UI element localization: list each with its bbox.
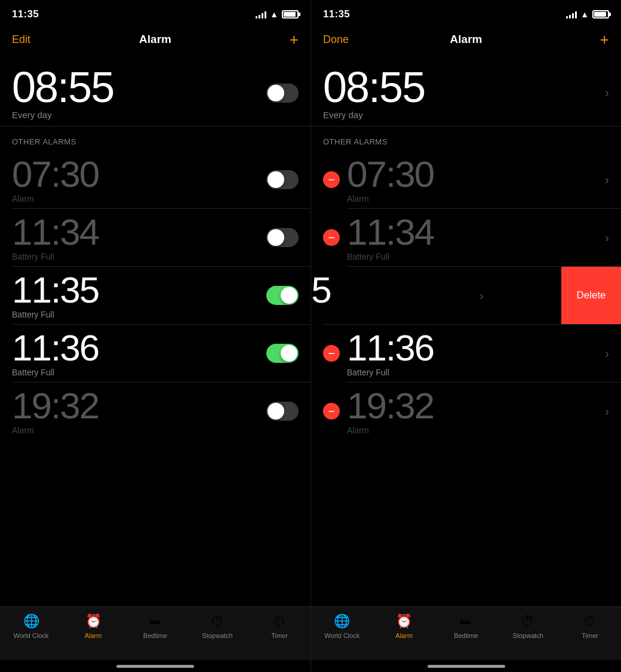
main-alarm-time-right: 08:55 xyxy=(323,66,425,109)
tab-stopwatch-label-right: Stopwatch xyxy=(513,632,543,639)
tab-bedtime-left[interactable]: 🛏 Bedtime xyxy=(124,613,186,639)
delete-circle-1932-right[interactable]: − xyxy=(323,403,340,420)
main-alarm-time-left: 08:55 xyxy=(12,66,113,109)
nav-title-left: Alarm xyxy=(139,33,171,46)
battery-icon-left xyxy=(282,10,299,19)
main-alarm-chevron-right: › xyxy=(605,86,609,100)
nav-bar-right: Done Alarm + xyxy=(311,26,621,56)
alarm-label-1134-right: Battery Full xyxy=(347,252,434,261)
delete-circle-1136-right[interactable]: − xyxy=(323,345,340,362)
toggle-1136-left[interactable] xyxy=(266,344,299,363)
add-alarm-button-left[interactable]: + xyxy=(269,30,299,49)
bedtime-icon-left: 🛏 xyxy=(147,613,164,630)
toggle-0730-left[interactable] xyxy=(266,170,299,189)
delete-circle-1134-right[interactable]: − xyxy=(323,229,340,246)
signal-icon-right xyxy=(566,10,577,19)
world-clock-icon-right: 🌐 xyxy=(334,613,351,630)
alarm-row-0730-left: 07:30 Alarm xyxy=(0,151,310,208)
tab-timer-right[interactable]: ⏲ Timer xyxy=(559,613,621,639)
alarm-row-1134-right: − 11:34 Battery Full › xyxy=(311,209,621,266)
alarm-row-0730-right: − 07:30 Alarm › xyxy=(311,151,621,208)
alarm-row-1135-right[interactable]: 1:35 ttery Full › xyxy=(311,267,561,324)
tab-world-clock-right[interactable]: 🌐 World Clock xyxy=(311,613,373,639)
tab-bar-left: 🌐 World Clock ⏰ Alarm 🛏 Bedtime ⏱ Stopwa… xyxy=(0,606,310,660)
chevron-1136-right: › xyxy=(605,347,609,360)
alarm-time-0730-left: 07:30 xyxy=(12,156,99,193)
status-time-right: 11:35 xyxy=(323,8,350,20)
chevron-1932-right: › xyxy=(605,405,609,418)
tab-world-clock-label-left: World Clock xyxy=(13,632,48,639)
nav-bar-left: Edit Alarm + xyxy=(0,26,310,56)
alarm-time-1136-left: 11:36 xyxy=(12,329,99,366)
tab-stopwatch-left[interactable]: ⏱ Stopwatch xyxy=(186,613,248,639)
alarm-row-container-1134-right: − 11:34 Battery Full › xyxy=(311,209,621,266)
alarm-row-container-1136-right: − 11:36 Battery Full › xyxy=(311,325,621,382)
section-header-left: OTHER ALARMS xyxy=(0,127,310,151)
status-bar-right: 11:35 ▲ xyxy=(311,0,621,26)
alarm-time-1134-left: 11:34 xyxy=(12,214,99,251)
home-indicator-left xyxy=(0,660,310,672)
tab-bedtime-label-right: Bedtime xyxy=(454,632,478,639)
tab-timer-label-left: Timer xyxy=(271,632,288,639)
chevron-1134-right: › xyxy=(605,231,609,245)
alarm-row-1135-left: 11:35 Battery Full xyxy=(0,267,310,324)
main-alarm-right[interactable]: 08:55 Every day › xyxy=(311,56,621,126)
alarm-label-1136-right: Battery Full xyxy=(347,368,434,377)
tab-alarm-right[interactable]: ⏰ Alarm xyxy=(373,613,435,639)
nav-title-right: Alarm xyxy=(450,33,482,46)
edit-button[interactable]: Edit xyxy=(12,33,42,46)
world-clock-icon-left: 🌐 xyxy=(23,613,39,630)
left-panel: 11:35 ▲ Edit Alarm + 08:55 Every day xyxy=(0,0,310,672)
tab-stopwatch-right[interactable]: ⏱ Stopwatch xyxy=(497,613,559,639)
tab-timer-left[interactable]: ⏲ Timer xyxy=(248,613,310,639)
add-alarm-button-right[interactable]: + xyxy=(579,30,609,49)
timer-icon-right: ⏲ xyxy=(582,613,598,630)
alarm-label-1136-left: Battery Full xyxy=(12,368,99,377)
toggle-1134-left[interactable] xyxy=(266,228,299,247)
alarm-label-1932-right: Alarm xyxy=(347,426,434,435)
alarm-label-1932-left: Alarm xyxy=(12,426,99,435)
alarm-time-1134-right: 11:34 xyxy=(347,214,434,251)
alarm-icon-left: ⏰ xyxy=(85,613,102,630)
alarm-label-0730-right: Alarm xyxy=(347,194,434,204)
delete-circle-0730-right[interactable]: − xyxy=(323,171,340,188)
wifi-icon-left: ▲ xyxy=(270,10,278,19)
alarm-icon-right: ⏰ xyxy=(396,613,413,630)
tab-timer-label-right: Timer xyxy=(582,632,598,639)
toggle-1135-left[interactable] xyxy=(266,286,299,305)
done-button[interactable]: Done xyxy=(323,33,353,46)
tab-world-clock-left[interactable]: 🌐 World Clock xyxy=(0,613,62,639)
alarm-row-container-1932-right: − 19:32 Alarm › xyxy=(311,383,621,440)
tab-bar-right: 🌐 World Clock ⏰ Alarm 🛏 Bedtime ⏱ Stopwa… xyxy=(311,606,621,660)
section-header-right: OTHER ALARMS xyxy=(311,127,621,151)
alarm-row-1134-left: 11:34 Battery Full xyxy=(0,209,310,266)
alarm-time-0730-right: 07:30 xyxy=(347,156,434,193)
chevron-0730-right: › xyxy=(605,173,609,187)
alarm-time-1135-right: 1:35 xyxy=(311,272,331,309)
alarm-time-1135-left: 11:35 xyxy=(12,272,99,309)
alarm-time-1932-left: 19:32 xyxy=(12,387,99,424)
tab-alarm-left[interactable]: ⏰ Alarm xyxy=(62,613,124,639)
main-alarm-label-left: Every day xyxy=(12,110,113,120)
alarm-time-1136-right: 11:36 xyxy=(347,329,434,366)
tab-bedtime-right[interactable]: 🛏 Bedtime xyxy=(435,613,497,639)
toggle-1932-left[interactable] xyxy=(266,402,299,421)
alarm-label-1134-left: Battery Full xyxy=(12,252,99,261)
main-alarm-label-right: Every day xyxy=(323,110,425,120)
stopwatch-icon-right: ⏱ xyxy=(519,613,536,630)
delete-action-button-1135-right[interactable]: Delete xyxy=(561,267,621,324)
main-alarm-toggle-left[interactable] xyxy=(266,84,299,103)
bedtime-icon-right: 🛏 xyxy=(457,613,474,630)
alarm-label-0730-left: Alarm xyxy=(12,194,99,204)
alarm-label-1135-left: Battery Full xyxy=(12,310,99,319)
tab-alarm-label-left: Alarm xyxy=(85,632,102,639)
tab-bedtime-label-left: Bedtime xyxy=(143,632,167,639)
tab-world-clock-label-right: World Clock xyxy=(324,632,359,639)
alarm-row-container-0730-right: − 07:30 Alarm › xyxy=(311,151,621,208)
alarm-row-1136-left: 11:36 Battery Full xyxy=(0,325,310,382)
tab-stopwatch-label-left: Stopwatch xyxy=(202,632,232,639)
alarm-label-1135-right: ttery Full xyxy=(311,310,331,319)
alarm-row-container-1135-right: 1:35 ttery Full › Delete xyxy=(311,267,621,324)
alarm-row-1932-left: 19:32 Alarm xyxy=(0,383,310,440)
status-bar-left: 11:35 ▲ xyxy=(0,0,310,26)
